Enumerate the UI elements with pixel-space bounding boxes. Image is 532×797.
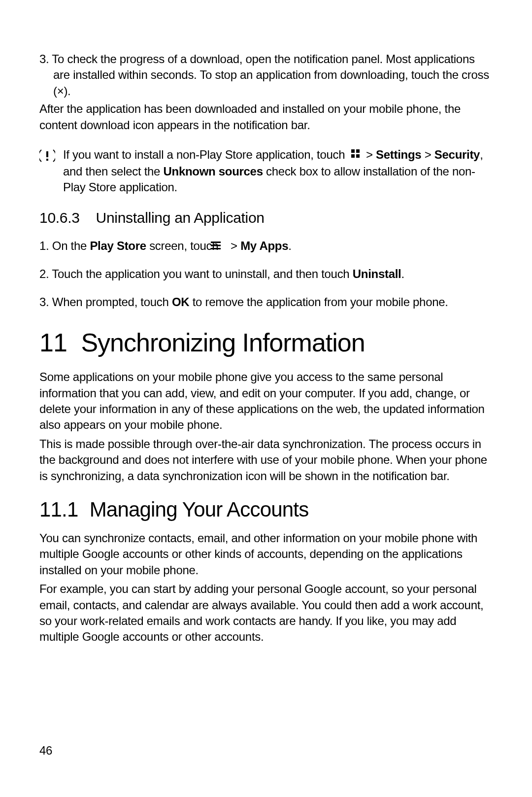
step3-bold: OK	[172, 295, 189, 309]
heading-text: Managing Your Accounts	[90, 498, 309, 521]
apps-grid-icon	[351, 146, 360, 162]
accounts-paragraph-1: You can synchronize contacts, email, and…	[39, 530, 493, 578]
heading-11-1: 11.1Managing Your Accounts	[39, 498, 493, 521]
step2-bold: Uninstall	[353, 267, 401, 280]
heading-text: Synchronizing Information	[81, 328, 365, 357]
manual-page: 3. To check the progress of a download, …	[0, 0, 532, 797]
step1-gt: >	[228, 239, 240, 252]
note-prefix: If you want to install a non-Play Store …	[63, 148, 348, 161]
svg-rect-7	[211, 245, 221, 246]
step1-prefix: 1. On the	[39, 239, 90, 252]
step2-end: .	[401, 267, 404, 280]
heading-chapter-11: 11Synchronizing Information	[39, 328, 493, 357]
uninstall-step-3: 3. When prompted, touch OK to remove the…	[39, 294, 493, 310]
note-text: If you want to install a non-Play Store …	[63, 147, 493, 196]
heading-number: 11.1	[39, 498, 78, 521]
download-step-3: 3. To check the progress of a download, …	[39, 51, 493, 99]
step3-b: to remove the application from your mobi…	[189, 295, 448, 309]
uninstall-step-1: 1. On the Play Store screen, touch > My …	[39, 238, 493, 255]
heading-number: 11	[39, 328, 67, 357]
after-install-text: After the application has been downloade…	[39, 101, 493, 133]
svg-rect-8	[211, 248, 221, 249]
note-block: If you want to install a non-Play Store …	[39, 147, 493, 196]
step1-end: .	[288, 239, 291, 252]
svg-rect-1	[46, 159, 48, 161]
svg-rect-5	[356, 154, 360, 158]
note-unknown: Unknown sources	[164, 165, 263, 178]
sync-paragraph-2: This is made possible through over-the-a…	[39, 436, 493, 484]
sync-paragraph-1: Some applications on your mobile phone g…	[39, 369, 493, 433]
step1-playstore: Play Store	[90, 239, 146, 252]
heading-number: 10.6.3	[39, 209, 80, 226]
note-security: Security	[434, 148, 480, 161]
note-gt1: >	[363, 148, 376, 161]
page-number: 46	[39, 744, 52, 758]
uninstall-step-2: 2. Touch the application you want to uni…	[39, 266, 493, 282]
note-gt2: >	[421, 148, 434, 161]
note-settings: Settings	[376, 148, 421, 161]
heading-text: Uninstalling an Application	[96, 209, 265, 226]
accounts-paragraph-2: For example, you can start by adding you…	[39, 581, 493, 645]
heading-uninstalling: 10.6.3Uninstalling an Application	[39, 209, 493, 226]
step1-myapps: My Apps	[240, 239, 288, 252]
svg-rect-2	[351, 149, 355, 153]
step2-a: 2. Touch the application you want to uni…	[39, 267, 353, 280]
svg-rect-3	[356, 149, 360, 153]
note-icon	[39, 148, 55, 164]
svg-rect-0	[46, 151, 48, 157]
svg-rect-6	[211, 242, 221, 243]
step3-a: 3. When prompted, touch	[39, 295, 172, 309]
svg-rect-4	[351, 154, 355, 158]
